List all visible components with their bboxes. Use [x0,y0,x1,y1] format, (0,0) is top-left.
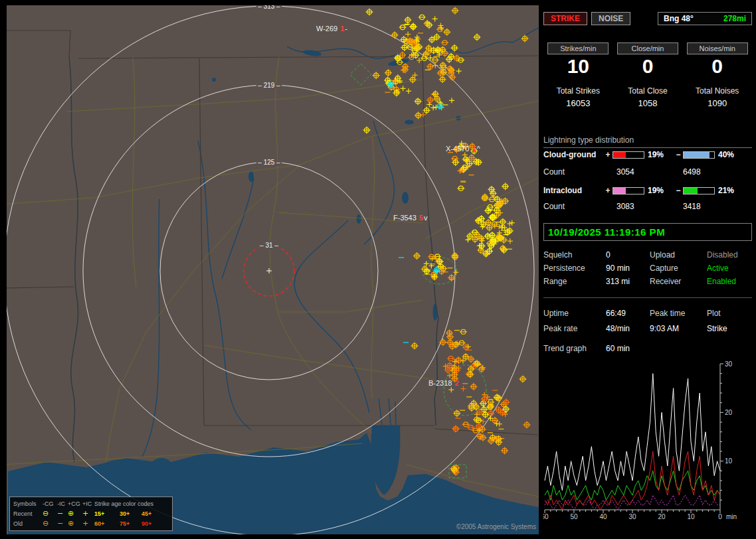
svg-text:0: 0 [718,513,722,520]
squelch-value: 0 [606,250,650,260]
circle-plus-icon: ⊕ [68,520,82,527]
svg-text:40: 40 [599,513,607,520]
cg-plus-bar [613,151,644,159]
total-close-label: Total Close [613,86,683,96]
uptime-label: Uptime [543,309,606,318]
count-label: Count [543,167,603,177]
trend-window-value: 60 min [606,344,752,353]
minus-sign: − [674,150,683,159]
intracloud-counts: Count 3083 3418 [543,202,752,211]
age-30: 30+ [120,510,142,517]
peak-rate-label: Peak rate [543,324,606,333]
squelch-label: Squelch [543,250,606,260]
svg-text:30: 30 [628,513,636,520]
persistence-value: 90 min [606,264,650,273]
strikes-per-min-value: 10 [543,56,613,77]
receiver-value: Enabled [707,277,752,286]
divider [543,297,752,298]
ic-plus-pct: 19% [644,186,674,195]
total-strikes-label: Total Strikes [543,86,613,96]
side-panel: STRIKE NOISE Bng 48° 278mi Strikes/min C… [543,9,752,535]
cg-plus-count: 3054 [603,167,670,177]
trend-graph-canvas: 1020306050403020100min [543,358,752,526]
plus-sign: + [603,186,613,195]
cg-minus-pct: 40% [715,150,741,159]
svg-text:W-2691-: W-2691- [316,25,347,33]
total-close-value: 1058 [613,98,683,108]
receiver-label: Receiver [650,277,707,286]
noises-per-min-value: 0 [682,56,752,77]
plus-icon: + [82,510,94,517]
bearing-display: Bng 48° 278mi [658,12,752,25]
svg-text:20: 20 [725,409,733,416]
peak-rate-value: 48/min [606,324,650,333]
plot-value: Strike [707,324,752,333]
session-row-2: Peak rate 48/min 9:03 AM Strike [543,322,752,335]
bearing-distance: 278mi [723,14,746,23]
close-per-min-value: 0 [613,56,683,77]
svg-text:min: min [726,513,737,520]
nexstorm-window: – 313 –– 219 –– 125 –– 31 –W-2691-X-4570… [0,0,756,539]
ic-plus-count: 3083 [603,202,670,211]
noise-button[interactable]: NOISE [591,12,630,25]
strike-button[interactable]: STRIKE [543,12,587,25]
svg-text:B-23182: B-23182 [428,379,459,387]
svg-text:X-45701^: X-45701^ [446,145,481,153]
age-75: 75+ [120,520,142,527]
age-45: 45+ [142,510,163,517]
circle-minus-icon: ⊖ [43,510,57,517]
status-row-persistence: Persistence 90 min Capture Active [543,262,752,275]
capture-value: Active [707,264,752,273]
status-row-squelch: Squelch 0 Upload Disabled [543,248,752,262]
svg-text:10: 10 [687,513,695,520]
trend-header: Trend graph 60 min [543,343,752,354]
svg-text:– 125 –: – 125 – [258,159,280,166]
rate-values: 10 0 0 [543,56,752,77]
svg-text:10: 10 [725,457,733,465]
plot-label: Plot [707,309,752,318]
cloud-ground-row: Cloud-ground + 19% − 40% [543,150,752,159]
legend-old-label: Old [13,520,43,527]
datetime-display: 10/19/2025 11:19:16 PM [543,223,752,241]
ic-minus-pct: 21% [715,186,741,195]
copyright-text: ©2005 Astrogenic Systems [456,523,536,530]
circle-minus-icon: ⊖ [43,520,57,527]
session-row-1: Uptime 66:49 Peak time Plot [543,307,752,320]
cg-minus-count: 6498 [670,167,736,177]
bearing-value: Bng 48° [664,14,694,23]
intracloud-row: Intracloud + 19% − 21% [543,186,752,195]
cg-minus-bar [683,151,715,159]
cg-plus-pct: 19% [644,150,674,159]
distribution-title: Lightning type distribution [543,135,752,148]
range-value: 313 mi [606,277,650,286]
cloud-ground-label: Cloud-ground [543,150,603,159]
minus-sign: − [674,186,683,195]
peak-time-label: Peak time [650,309,707,318]
count-label: Count [543,202,603,211]
legend-col-neg-cg: -CG [43,501,57,507]
lightning-map: – 313 –– 219 –– 125 –– 31 –W-2691-X-4570… [7,5,539,534]
svg-text:F-35435v: F-35435v [393,214,428,222]
ic-plus-bar [613,187,644,194]
map-legend: Symbols -CG -IC +CG +IC Strike age color… [9,497,173,531]
rate-buttons: Strikes/min Close/min Noises/min [543,42,752,54]
close-per-min-button[interactable]: Close/min [617,42,678,54]
plus-sign: + [603,150,613,159]
capture-label: Capture [650,264,707,273]
noises-per-min-button[interactable]: Noises/min [687,42,748,54]
trend-graph: 1020306050403020100min [543,358,752,528]
persistence-label: Persistence [543,264,606,273]
age-90: 90+ [142,520,163,527]
legend-col-neg-ic: -IC [57,501,68,507]
legend-age-title: Strike age color codes [94,501,163,507]
upload-label: Upload [650,250,707,260]
total-noises-value: 1090 [682,98,752,108]
strikes-per-min-button[interactable]: Strikes/min [547,42,609,54]
age-60: 60+ [94,520,120,527]
range-label: Range [543,277,606,286]
legend-recent-label: Recent [13,510,43,517]
svg-text:– 219 –: – 219 – [258,82,280,89]
svg-text:50: 50 [570,513,578,520]
trend-graph-label: Trend graph [543,344,606,353]
minus-icon: − [57,510,68,517]
